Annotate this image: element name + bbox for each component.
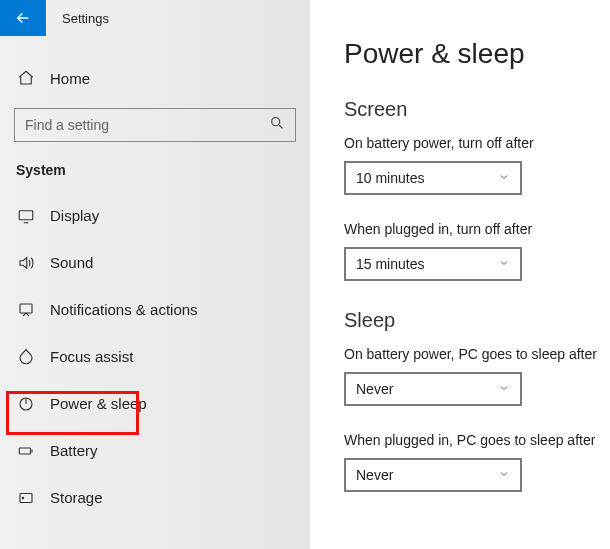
power-icon [16,395,36,413]
focus-assist-icon [16,348,36,366]
svg-point-6 [22,497,24,499]
sidebar-item-battery[interactable]: Battery [0,427,310,474]
select-value: 15 minutes [356,256,424,272]
chevron-down-icon [498,467,510,483]
battery-icon [16,442,36,460]
sleep-plugged-label: When plugged in, PC goes to sleep after [344,432,610,448]
screen-plugged-select[interactable]: 15 minutes [344,247,522,281]
select-value: Never [356,467,393,483]
sidebar-item-power-sleep[interactable]: Power & sleep [0,380,310,427]
screen-heading: Screen [344,98,610,121]
topbar: Settings [0,0,310,36]
sidebar-item-label: Display [50,207,99,224]
sidebar-item-label: Storage [50,489,103,506]
notifications-icon [16,301,36,319]
svg-rect-4 [19,448,30,454]
sound-icon [16,254,36,272]
select-value: Never [356,381,393,397]
sleep-plugged-select[interactable]: Never [344,458,522,492]
sidebar-item-storage[interactable]: Storage [0,474,310,521]
select-value: 10 minutes [356,170,424,186]
sidebar-item-label: Battery [50,442,98,459]
sleep-heading: Sleep [344,309,610,332]
sidebar-item-focus-assist[interactable]: Focus assist [0,333,310,380]
screen-plugged-label: When plugged in, turn off after [344,221,610,237]
search-icon [269,115,285,135]
svg-rect-1 [19,210,33,219]
home-label: Home [50,70,90,87]
chevron-down-icon [498,170,510,186]
sidebar-item-label: Power & sleep [50,395,147,412]
sidebar-item-label: Notifications & actions [50,301,198,318]
sleep-battery-label: On battery power, PC goes to sleep after [344,346,610,362]
sleep-battery-select[interactable]: Never [344,372,522,406]
search-input[interactable] [25,117,269,133]
sidebar-item-notifications[interactable]: Notifications & actions [0,286,310,333]
chevron-down-icon [498,256,510,272]
sidebar-item-label: Focus assist [50,348,133,365]
back-button[interactable] [0,0,46,36]
sidebar-item-display[interactable]: Display [0,192,310,239]
sidebar-item-sound[interactable]: Sound [0,239,310,286]
search-box[interactable] [14,108,296,142]
chevron-down-icon [498,381,510,397]
nav-list: Display Sound Notifications & actions Fo… [0,192,310,521]
screen-battery-select[interactable]: 10 minutes [344,161,522,195]
page-title: Power & sleep [344,38,610,70]
arrow-left-icon [14,9,32,27]
home-icon [16,69,36,87]
sidebar: Settings Home System Display Sound Notif… [0,0,310,549]
section-heading: System [16,162,310,178]
display-icon [16,207,36,225]
svg-point-0 [272,118,280,126]
app-title: Settings [62,11,109,26]
sidebar-item-label: Sound [50,254,93,271]
home-nav[interactable]: Home [0,58,310,98]
svg-rect-2 [20,304,32,313]
screen-battery-label: On battery power, turn off after [344,135,610,151]
storage-icon [16,489,36,507]
content-area: Power & sleep Screen On battery power, t… [310,0,610,549]
